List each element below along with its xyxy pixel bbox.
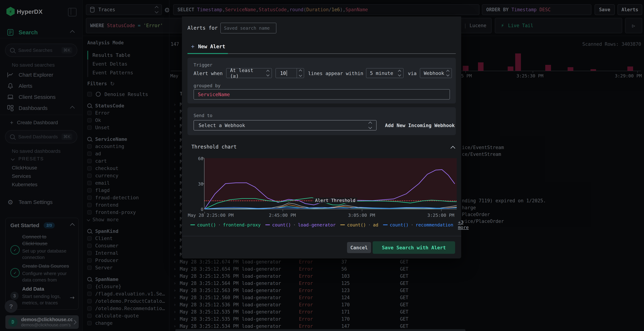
saved-search-name-input[interactable]: Saved search name [220, 23, 276, 33]
send-to-label: Send to [194, 113, 212, 118]
legend-entry[interactable]: count()·recommendation [383, 222, 453, 228]
window-value: 5 minute [370, 70, 393, 76]
threshold-value: 10 [280, 70, 286, 76]
comparator-select[interactable]: At least (≥) [226, 68, 272, 78]
alert-threshold-label: Alert Threshold [313, 198, 357, 203]
legend-dot: · [411, 222, 414, 228]
send-to-card: Send to Select a Webhook Add New Incomin… [188, 107, 456, 135]
select-updown-icon [398, 70, 401, 76]
y-tick-30: 30 [198, 181, 204, 187]
grouped-by-input[interactable]: ServiceName [194, 89, 450, 100]
x-tick-2: 2:45:00 PM [269, 213, 296, 218]
legend-dash-icon [383, 225, 388, 225]
add-webhook-button[interactable]: Add New Incoming Webhook [385, 123, 455, 128]
tab-new-alert[interactable]: + New Alert [191, 43, 225, 50]
channel-value: Webhook [424, 70, 444, 76]
x-tick-3: 3:05:00 PM [348, 213, 375, 218]
save-search-with-alert-button[interactable]: Save Search with Alert [373, 241, 455, 254]
grouped-by-value: ServiceName [198, 92, 230, 97]
tab-underline [228, 53, 456, 54]
legend-agg: count() [347, 222, 366, 228]
legend-more-button[interactable]: +3 more [458, 220, 469, 230]
legend-agg: count() [390, 222, 408, 228]
alert-dialog: Alerts for Saved search name + New Alert… [182, 16, 461, 259]
plus-icon: + [191, 43, 194, 50]
threshold-chart-title: Threshold chart [192, 144, 237, 150]
legend-group-name: recommendation [416, 222, 453, 228]
webhook-select-value: Select a Webhook [198, 123, 245, 128]
comparator-value: At least (≥) [230, 67, 263, 79]
webhook-select[interactable]: Select a Webhook [194, 120, 376, 130]
threshold-chart-plot: 60 30 0 Alert Threshold May 28 2:25:00 P… [204, 158, 457, 209]
hyperdx-app: ⚡ HyperDX Search Saved Searches ⌘K No sa… [0, 0, 644, 331]
select-updown-icon [369, 122, 372, 128]
legend-dash-icon [265, 225, 270, 225]
trigger-label: Trigger [194, 62, 212, 67]
x-tick-1: May 28 2:25:00 PM [188, 213, 234, 218]
legend-group-name: frontend-proxy [223, 222, 261, 228]
legend-dash-icon [190, 225, 195, 225]
legend-entry[interactable]: count()·frontend-proxy [190, 222, 261, 228]
legend-agg: count() [272, 222, 291, 228]
via-label: via [408, 71, 417, 76]
legend-entry[interactable]: count()·ad [340, 222, 378, 228]
x-tick-4: 3:25:00 PM [427, 213, 454, 218]
legend-dash-icon [340, 225, 345, 225]
grouped-by-label: grouped by [194, 83, 220, 88]
channel-select[interactable]: Webhook [420, 68, 452, 78]
alert-when-label: Alert when [194, 71, 223, 76]
saved-search-name-placeholder: Saved search name [224, 25, 270, 31]
legend-entry[interactable]: count()·load-generator [265, 222, 336, 228]
collapse-chart-chevron-icon[interactable] [450, 146, 455, 151]
threshold-number-input[interactable]: 10 [276, 68, 304, 78]
legend-group-name: load-generator [298, 222, 336, 228]
trigger-card: Trigger Alert when At least (≥) 10 lines… [188, 58, 456, 103]
legend-agg: count() [197, 222, 216, 228]
legend-dot: · [368, 222, 371, 228]
chart-legend: count()·frontend-proxycount()·load-gener… [190, 222, 469, 228]
lines-appear-label: lines appear within [308, 71, 363, 76]
select-updown-icon [267, 70, 269, 76]
tab-label: New Alert [198, 44, 225, 49]
cancel-button[interactable]: Cancel [347, 242, 371, 253]
text-caret [286, 70, 287, 76]
select-updown-icon [447, 70, 449, 76]
y-tick-0: 0 [201, 207, 204, 212]
legend-dot: · [218, 222, 221, 228]
active-tab-indicator [188, 53, 228, 54]
y-tick-60: 60 [198, 156, 204, 161]
legend-group-name: ad [373, 222, 378, 228]
window-select[interactable]: 5 minute [366, 68, 404, 78]
legend-dot: · [293, 222, 296, 228]
number-stepper[interactable] [296, 68, 304, 78]
dialog-title: Alerts for [188, 25, 218, 31]
